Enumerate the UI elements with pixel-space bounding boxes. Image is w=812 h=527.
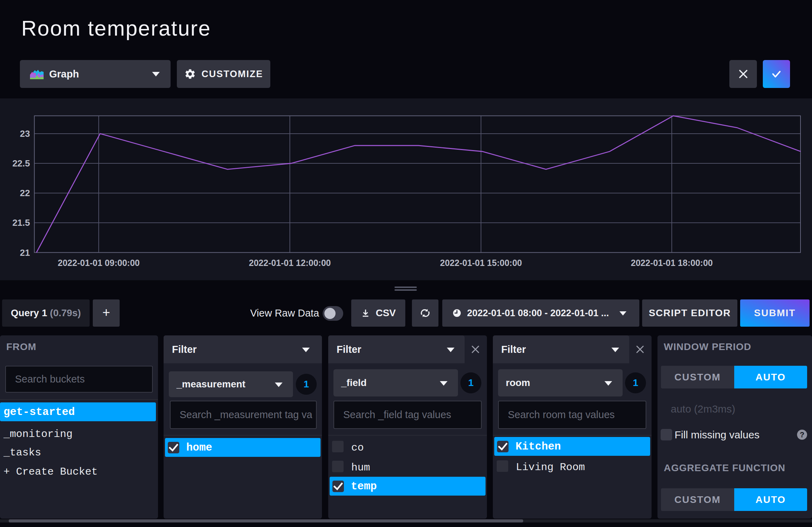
svg-text:2022-01-01 12:00:00: 2022-01-01 12:00:00 [249, 258, 331, 268]
svg-text:21.5: 21.5 [12, 217, 30, 228]
svg-text:2022-01-01 18:00:00: 2022-01-01 18:00:00 [631, 258, 713, 268]
svg-text:22: 22 [20, 188, 30, 198]
svg-text:22.5: 22.5 [12, 158, 30, 169]
svg-text:2022-01-01 15:00:00: 2022-01-01 15:00:00 [440, 258, 522, 268]
svg-text:2022-01-01 09:00:00: 2022-01-01 09:00:00 [58, 258, 140, 268]
svg-text:23: 23 [20, 128, 30, 139]
svg-text:21: 21 [20, 247, 30, 258]
